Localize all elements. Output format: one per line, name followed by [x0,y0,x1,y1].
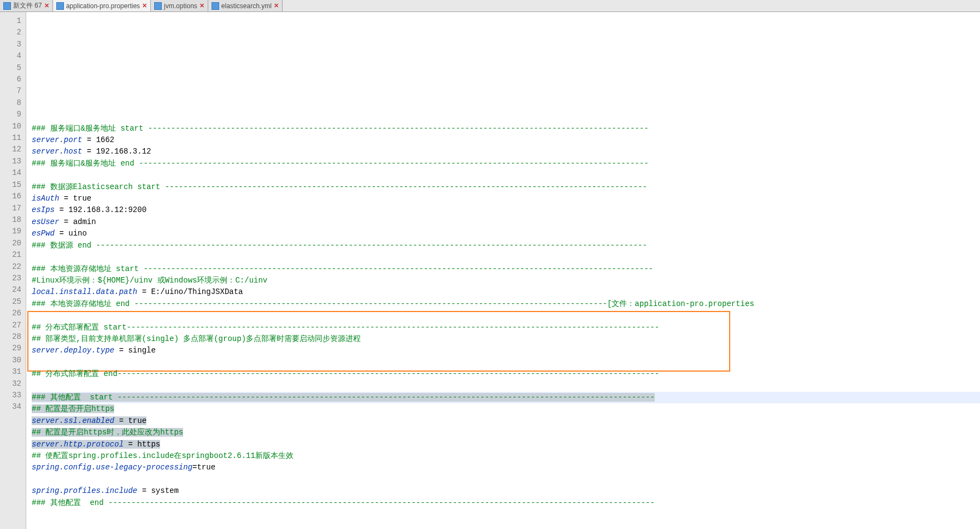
code-line[interactable]: esIps = 192.168.3.12:9200 [32,204,980,216]
code-line[interactable]: ### 其他配置 end ---------------------------… [32,497,980,509]
code-line[interactable]: esUser = admin [32,216,980,228]
line-number: 27 [0,320,26,331]
code-area[interactable]: ### 服务端口&服务地址 start --------------------… [26,12,980,529]
code-line[interactable]: ### 服务端口&服务地址 end ----------------------… [32,158,980,169]
code-line[interactable]: server.port = 1662 [32,134,980,146]
code-line[interactable]: ## 分布式部署配置 end--------------------------… [32,368,980,380]
tab-jvm-options[interactable]: jvm.options ✕ [151,0,208,11]
line-number: 9 [0,109,26,120]
line-number: 17 [0,203,26,214]
line-number: 24 [0,284,26,296]
code-line[interactable]: ### 本地资源存储地址 start ---------------------… [32,263,980,275]
code-line[interactable]: spring.config.use-legacy-processing=true [32,462,980,473]
code-line[interactable]: ## 配置是开启https时，此处应改为https [32,427,980,438]
line-number: 11 [0,132,26,144]
line-number: 28 [0,331,26,343]
line-number: 32 [0,378,26,390]
tab-application-pro[interactable]: application-pro.properties ✕ [53,0,151,11]
line-number: 14 [0,167,26,179]
line-number-gutter: 1234567891011121314151617181920212223242… [0,12,26,529]
code-line[interactable]: server.host = 192.168.3.12 [32,146,980,157]
line-number: 5 [0,62,26,74]
code-line[interactable]: ## 配置是否开启https [32,403,980,415]
tab-label: elasticsearch.yml [221,2,272,10]
line-number: 31 [0,366,26,378]
code-line[interactable]: server.deploy.type = single [32,345,980,356]
line-number: 13 [0,156,26,167]
close-icon[interactable]: ✕ [274,2,279,9]
file-icon [3,2,11,10]
line-number: 16 [0,191,26,202]
line-number: 4 [0,50,26,62]
line-number: 1 [0,15,26,27]
line-number: 33 [0,390,26,401]
tab-label: jvm.options [164,2,197,10]
line-number: 7 [0,85,26,97]
line-number: 34 [0,401,26,413]
line-number: 2 [0,27,26,38]
line-number: 22 [0,261,26,273]
code-line[interactable]: spring.profiles.include = system [32,485,980,497]
code-line[interactable]: esPwd = uino [32,228,980,239]
file-icon [56,2,64,10]
code-line[interactable] [32,474,980,485]
line-number: 25 [0,296,26,308]
line-number: 10 [0,121,26,132]
line-number: 23 [0,273,26,284]
line-number: 20 [0,238,26,249]
line-number: 19 [0,226,26,237]
code-line[interactable]: ### 数据源 end ----------------------------… [32,240,980,251]
line-number: 29 [0,343,26,354]
tab-label: 新文件 67 [13,1,42,10]
tab-bar: 新文件 67 ✕ application-pro.properties ✕ jv… [0,0,980,12]
code-line[interactable]: ### 数据源Elasticsearch start -------------… [32,181,980,193]
code-line[interactable]: ## 部署类型,目前支持单机部署(single) 多点部署(group)多点部署… [32,333,980,345]
file-icon [154,2,162,10]
code-line[interactable]: server.ssl.enabled = true [32,415,980,427]
code-line[interactable]: #Linux环境示例：${HOME}/uinv 或Windows环境示例：C:/… [32,275,980,286]
code-line[interactable]: server.http.protocol = https [32,439,980,450]
code-line[interactable]: ## 使配置spring.profiles.include在springboot… [32,450,980,462]
code-line[interactable]: ### 服务端口&服务地址 start --------------------… [32,123,980,134]
line-number: 15 [0,179,26,191]
line-number: 30 [0,355,26,366]
line-number: 8 [0,97,26,109]
close-icon[interactable]: ✕ [142,2,147,9]
tab-newfile[interactable]: 新文件 67 ✕ [0,0,53,11]
line-number: 6 [0,74,26,85]
code-line[interactable]: ### 其他配置 start -------------------------… [32,392,980,403]
file-icon [212,2,219,10]
editor[interactable]: 1234567891011121314151617181920212223242… [0,12,980,529]
close-icon[interactable]: ✕ [199,2,204,9]
code-line[interactable]: isAuth = true [32,193,980,204]
line-number: 3 [0,39,26,50]
code-line[interactable] [32,380,980,392]
code-line[interactable] [32,169,980,181]
code-line[interactable] [32,357,980,368]
close-icon[interactable]: ✕ [44,2,49,9]
code-line[interactable] [32,509,980,520]
code-line[interactable]: local.install.data.path = E:/uino/ThingJ… [32,286,980,298]
code-line[interactable] [32,251,980,263]
line-number: 18 [0,214,26,226]
code-line[interactable]: ## 分布式部署配置 start------------------------… [32,322,980,333]
code-line[interactable] [32,310,980,321]
line-number: 12 [0,144,26,155]
tab-elasticsearch-yml[interactable]: elasticsearch.yml ✕ [208,0,283,11]
line-number: 26 [0,308,26,319]
code-line[interactable]: ### 本地资源存储地址 end -----------------------… [32,298,980,310]
tab-label: application-pro.properties [66,2,140,10]
line-number: 21 [0,249,26,261]
